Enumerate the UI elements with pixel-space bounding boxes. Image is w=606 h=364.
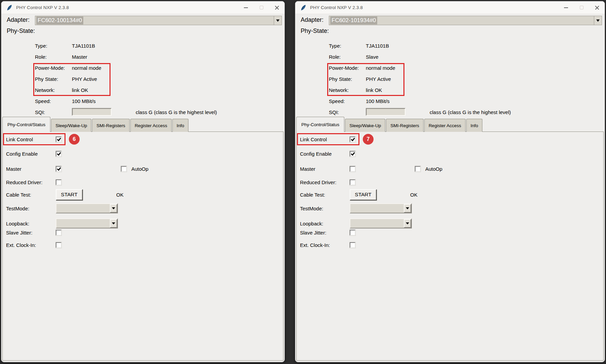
testmode-dropdown-button[interactable] xyxy=(404,204,411,213)
close-button[interactable] xyxy=(269,1,285,14)
chevron-down-icon xyxy=(112,207,115,209)
tab-register-access[interactable]: Register Access xyxy=(130,119,172,132)
minimize-button[interactable] xyxy=(238,1,254,14)
link-control-checkbox[interactable] xyxy=(350,137,355,142)
master-label: Master xyxy=(6,166,56,172)
slave-jitter-checkbox[interactable] xyxy=(350,230,355,236)
tab-smi-registers[interactable]: SMI-Registers xyxy=(92,119,130,132)
config-enable-checkbox[interactable] xyxy=(56,151,61,157)
phy-state-label: Phy-State: xyxy=(7,28,35,35)
chevron-down-icon xyxy=(406,207,409,209)
loopback-dropdown[interactable] xyxy=(56,218,118,228)
autoop-checkbox[interactable] xyxy=(121,166,127,172)
adapter-value: FC602-100134#0 xyxy=(36,16,83,24)
maximize-icon xyxy=(260,6,263,9)
reduced-driver-checkbox[interactable] xyxy=(56,179,61,185)
testmode-dropdown[interactable] xyxy=(350,203,412,213)
link-control-checkbox[interactable] xyxy=(56,137,61,142)
adapter-combobox[interactable]: FC602-100134#0 xyxy=(35,16,282,25)
maximize-button[interactable] xyxy=(574,1,589,14)
chevron-down-icon xyxy=(406,222,409,224)
loopback-dropdown[interactable] xyxy=(350,218,412,228)
tab-info[interactable]: Info xyxy=(172,119,189,132)
cable-test-start-button[interactable]: START xyxy=(350,189,377,200)
window-title: PHY Control NXP V 2.3.8 xyxy=(16,5,69,10)
tab-smi-registers[interactable]: SMI-Registers xyxy=(386,119,424,132)
tab-phy-control-status[interactable]: Phy-Control/Status xyxy=(2,117,50,132)
master-checkbox[interactable] xyxy=(56,166,61,172)
type-label: Type: xyxy=(35,43,47,49)
slave-jitter-label: Slave Jitter: xyxy=(6,230,56,236)
testmode-row: TestMode: xyxy=(300,203,600,213)
reduced-driver-row: Reduced Driver: xyxy=(300,177,600,187)
titlebar[interactable]: PHY Control NXP V 2.3.8 xyxy=(295,1,605,14)
speed-value: 100 MBit/s xyxy=(72,98,96,104)
phy-state-value: PHY Active xyxy=(366,76,391,82)
testmode-dropdown-button[interactable] xyxy=(110,204,117,213)
speed-label: Speed: xyxy=(329,98,345,104)
ext-clock-in-row: Ext. Clock-In: xyxy=(300,240,600,250)
phy-state-value: PHY Active xyxy=(72,76,97,82)
maximize-icon xyxy=(580,6,583,9)
network-label: Network: xyxy=(35,87,55,93)
slave-jitter-checkbox[interactable] xyxy=(56,230,61,236)
network-value: link OK xyxy=(366,87,382,93)
adapter-dropdown-button[interactable] xyxy=(274,16,282,25)
loopback-dropdown-button[interactable] xyxy=(404,219,411,228)
master-label: Master xyxy=(300,166,350,172)
adapter-combobox[interactable]: FC602-101934#0 xyxy=(329,16,602,25)
window-controls xyxy=(558,1,605,14)
adapter-dropdown-button[interactable] xyxy=(594,16,602,25)
config-enable-label: Config Enable xyxy=(300,151,350,157)
link-control-label: Link Control xyxy=(300,137,350,142)
network-label: Network: xyxy=(329,87,349,93)
power-mode-value: normal mode xyxy=(72,65,101,71)
ext-clock-in-checkbox[interactable] xyxy=(56,242,61,248)
master-checkbox[interactable] xyxy=(350,166,355,172)
phy-control-window-slave: PHY Control NXP V 2.3.8 Adapter: FC602-1… xyxy=(295,1,605,362)
speed-label: Speed: xyxy=(35,98,51,104)
phy-control-status-pane: Link Control 6 Config Enable Master Auto… xyxy=(2,132,284,361)
loopback-dropdown-button[interactable] xyxy=(110,219,117,228)
master-row: Master AutoOp xyxy=(300,164,600,174)
phy-state-row-label: Phy State: xyxy=(329,76,352,82)
reduced-driver-checkbox[interactable] xyxy=(350,179,355,185)
loopback-row: Loopback: xyxy=(300,218,600,228)
config-enable-checkbox[interactable] xyxy=(350,151,355,157)
tab-info[interactable]: Info xyxy=(466,119,483,132)
reduced-driver-label: Reduced Driver: xyxy=(300,179,350,185)
phy-control-status-pane: Link Control 7 Config Enable Master Auto… xyxy=(296,132,604,361)
maximize-button[interactable] xyxy=(254,1,269,14)
minimize-button[interactable] xyxy=(558,1,574,14)
config-enable-row: Config Enable xyxy=(6,149,280,159)
close-icon xyxy=(595,5,599,10)
titlebar[interactable]: PHY Control NXP V 2.3.8 xyxy=(1,1,285,14)
tab-sleep-wake-up[interactable]: Sleep/Wake-Up xyxy=(51,119,91,132)
tab-bar: Phy-Control/Status Sleep/Wake-Up SMI-Reg… xyxy=(2,117,284,132)
sqi-progressbar xyxy=(72,108,112,116)
tab-phy-control-status[interactable]: Phy-Control/Status xyxy=(296,117,344,132)
autoop-group: AutoOp xyxy=(121,166,148,172)
link-control-row: Link Control xyxy=(6,134,280,144)
slave-jitter-label: Slave Jitter: xyxy=(300,230,350,236)
tab-sleep-wake-up[interactable]: Sleep/Wake-Up xyxy=(345,119,385,132)
phy-state-label: Phy-State: xyxy=(301,28,329,35)
testmode-dropdown[interactable] xyxy=(56,203,118,213)
window-content: Adapter: FC602-101934#0 Phy-State: Type:… xyxy=(295,14,605,362)
minimize-icon xyxy=(244,7,248,8)
autoop-label: AutoOp xyxy=(131,166,148,172)
tab-register-access[interactable]: Register Access xyxy=(424,119,466,132)
slave-jitter-row: Slave Jitter: xyxy=(300,227,600,238)
chevron-down-icon xyxy=(596,19,600,22)
link-control-row: Link Control xyxy=(300,134,600,144)
ext-clock-in-checkbox[interactable] xyxy=(350,242,355,248)
loopback-label: Loopback: xyxy=(300,221,350,226)
cable-test-start-button[interactable]: START xyxy=(56,189,83,200)
close-button[interactable] xyxy=(589,1,605,14)
loopback-value xyxy=(56,219,110,228)
desktop: { "colors": { "background": "#2e2e2e", "… xyxy=(0,0,606,364)
minimize-icon xyxy=(564,7,568,8)
network-value: link OK xyxy=(72,87,88,93)
phy-state-row-label: Phy State: xyxy=(35,76,58,82)
autoop-checkbox[interactable] xyxy=(415,166,421,172)
